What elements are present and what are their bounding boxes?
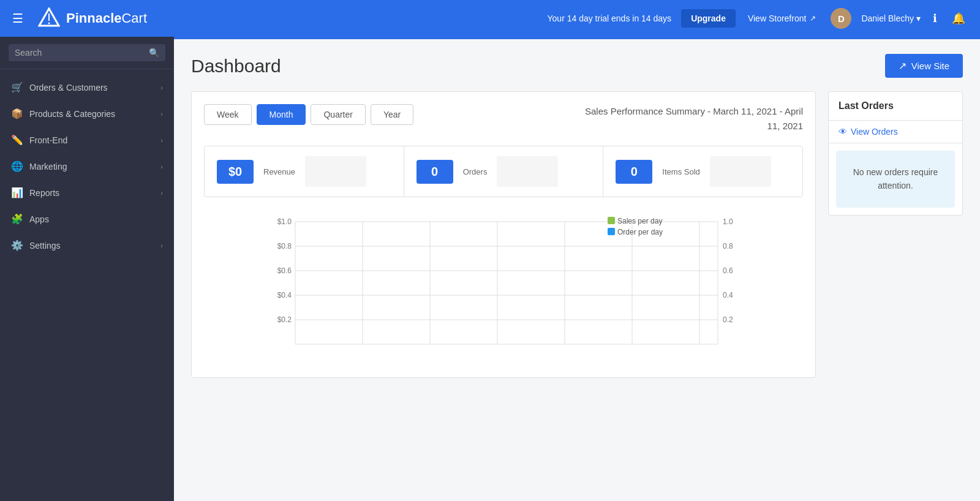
orders-info: Orders: [463, 167, 488, 176]
storefront-label: View Storefront: [748, 13, 806, 23]
user-avatar: D: [831, 8, 851, 29]
items-sold-mini-chart: [710, 156, 771, 187]
metric-items-sold: 0 Items Sold: [603, 146, 802, 197]
sidebar-search-inner: 🔍: [9, 44, 165, 61]
chevron-right-icon: ›: [160, 163, 163, 170]
period-week-button[interactable]: Week: [204, 104, 252, 125]
external-link-icon: ↗: [810, 14, 816, 23]
pencil-icon: ✏️: [11, 134, 23, 146]
dashboard-left: Week Month Quarter Year Sales Performanc…: [191, 91, 816, 378]
dashboard-main: Week Month Quarter Year Sales Performanc…: [191, 91, 963, 378]
logo-text: PinnacleCart: [66, 10, 147, 26]
chevron-right-icon: ›: [160, 84, 163, 91]
chevron-right-icon: ›: [160, 137, 163, 144]
revenue-label: Revenue: [263, 167, 295, 176]
last-orders-panel: Last Orders 👁 View Orders No new orders …: [828, 91, 963, 216]
content-inner: Dashboard ↗ View Site Week Month: [174, 39, 980, 393]
revenue-info: Revenue: [263, 167, 295, 176]
trial-message: Your 14 day trial ends in 14 days: [548, 13, 672, 23]
sidebar-item-apps[interactable]: 🧩 Apps: [0, 206, 174, 232]
items-sold-badge: 0: [616, 160, 652, 184]
sidebar-item-products[interactable]: 📦 Products & Categories ›: [0, 100, 174, 127]
chevron-right-icon: ›: [160, 189, 163, 197]
page-header: Dashboard ↗ View Site: [191, 54, 963, 78]
chart-icon: 📊: [11, 187, 23, 198]
sidebar-item-reports-label: Reports: [29, 188, 154, 198]
sidebar-item-settings[interactable]: ⚙️ Settings ›: [0, 232, 174, 258]
last-orders-empty-message: No new orders require attention.: [836, 151, 955, 208]
svg-text:$1.0: $1.0: [277, 217, 292, 226]
topnav-right: D Daniel Blechy ▾ ℹ 🔔: [831, 8, 968, 29]
gear-icon: ⚙️: [11, 239, 23, 251]
items-sold-label: Items Sold: [662, 167, 699, 176]
sidebar-item-settings-label: Settings: [29, 241, 154, 250]
info-icon-button[interactable]: ℹ: [930, 9, 940, 28]
svg-text:0.6: 0.6: [723, 266, 733, 275]
sales-chart: $1.0 $0.8 $0.6 $0.4 $0.2 1.0 0.8 0.6 0.4: [204, 209, 803, 363]
chart-area: $1.0 $0.8 $0.6 $0.4 $0.2 1.0 0.8 0.6 0.4: [204, 209, 803, 365]
sidebar-search-container: 🔍: [0, 37, 174, 69]
svg-text:$0.4: $0.4: [277, 291, 292, 299]
view-orders-link[interactable]: 👁 View Orders: [829, 121, 962, 143]
svg-text:1.0: 1.0: [723, 217, 733, 226]
metric-orders: 0 Orders: [404, 146, 604, 197]
view-storefront-link[interactable]: View Storefront ↗: [748, 13, 816, 23]
logo: PinnacleCart: [38, 7, 147, 29]
main-layout: 🔍 🛒 Orders & Customers › 📦 Products & Ca…: [0, 37, 980, 501]
notifications-icon-button[interactable]: 🔔: [949, 9, 968, 28]
orders-badge: 0: [417, 160, 453, 184]
period-month-button[interactable]: Month: [257, 104, 306, 125]
period-header: Week Month Quarter Year Sales Performanc…: [204, 104, 803, 134]
sales-performance-summary: Sales Performance Summary - March 11, 20…: [585, 104, 803, 134]
svg-text:$0.8: $0.8: [277, 242, 292, 250]
svg-rect-27: [608, 217, 615, 224]
svg-text:Sales per day: Sales per day: [617, 217, 662, 225]
sidebar-item-reports[interactable]: 📊 Reports ›: [0, 179, 174, 206]
puzzle-icon: 🧩: [11, 213, 23, 225]
main-content: Dashboard ↗ View Site Week Month: [174, 37, 980, 501]
svg-rect-29: [608, 228, 615, 235]
eye-icon: 👁: [839, 127, 847, 137]
chevron-down-icon: ▾: [916, 13, 921, 23]
dashboard-panel: Week Month Quarter Year Sales Performanc…: [191, 91, 816, 378]
page-title: Dashboard: [191, 56, 281, 77]
upgrade-button[interactable]: Upgrade: [681, 9, 736, 28]
metrics-row: $0 Revenue 0 Orders: [204, 146, 803, 197]
hamburger-button[interactable]: ☰: [12, 11, 23, 26]
svg-point-2: [48, 23, 50, 24]
sidebar-item-frontend-label: Front-End: [29, 135, 154, 145]
user-menu[interactable]: Daniel Blechy ▾: [861, 13, 921, 23]
svg-text:$0.2: $0.2: [277, 315, 292, 324]
view-site-button[interactable]: ↗ View Site: [885, 54, 963, 78]
search-icon[interactable]: 🔍: [149, 48, 159, 58]
last-orders-title: Last Orders: [829, 92, 962, 121]
cart-icon: 🛒: [11, 81, 23, 93]
svg-text:0.2: 0.2: [723, 315, 733, 324]
chevron-right-icon: ›: [160, 110, 163, 118]
period-buttons: Week Month Quarter Year: [204, 104, 413, 125]
globe-icon: 🌐: [11, 160, 23, 172]
sidebar-item-orders[interactable]: 🛒 Orders & Customers ›: [0, 74, 174, 100]
metric-revenue: $0 Revenue: [205, 146, 404, 197]
period-year-button[interactable]: Year: [371, 104, 413, 125]
sidebar-item-frontend[interactable]: ✏️ Front-End ›: [0, 127, 174, 153]
svg-text:0.8: 0.8: [723, 242, 733, 250]
revenue-mini-chart: [305, 156, 366, 187]
sidebar-item-products-label: Products & Categories: [29, 109, 154, 119]
svg-text:$0.6: $0.6: [277, 266, 292, 275]
sidebar-item-marketing-label: Marketing: [29, 162, 154, 171]
dashboard-right: Last Orders 👁 View Orders No new orders …: [828, 91, 963, 378]
external-icon: ↗: [899, 60, 907, 72]
sidebar-nav: 🛒 Orders & Customers › 📦 Products & Cate…: [0, 69, 174, 263]
package-icon: 📦: [11, 108, 23, 119]
logo-icon: [38, 7, 60, 29]
sidebar: 🔍 🛒 Orders & Customers › 📦 Products & Ca…: [0, 37, 174, 501]
orders-mini-chart: [497, 156, 558, 187]
sidebar-item-marketing[interactable]: 🌐 Marketing ›: [0, 153, 174, 179]
period-quarter-button[interactable]: Quarter: [311, 104, 365, 125]
svg-text:0.4: 0.4: [723, 291, 733, 299]
orders-label: Orders: [463, 167, 488, 176]
sidebar-item-apps-label: Apps: [29, 214, 163, 224]
search-input[interactable]: [15, 48, 149, 58]
items-sold-info: Items Sold: [662, 167, 699, 176]
